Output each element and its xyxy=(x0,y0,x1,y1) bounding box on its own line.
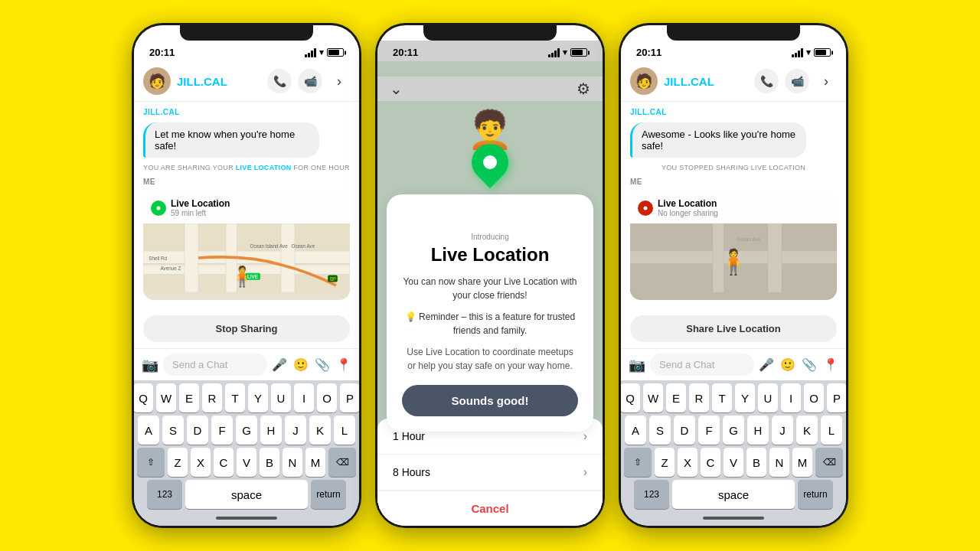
bitmoji-left: 🧍 xyxy=(230,265,254,289)
key-s-r[interactable]: S xyxy=(649,416,671,445)
status-bar-mid: 20:11 ▾ xyxy=(377,41,603,61)
key-k[interactable]: K xyxy=(309,416,331,445)
key-j-r[interactable]: J xyxy=(772,416,793,445)
key-t-r[interactable]: T xyxy=(712,383,732,412)
key-x-r[interactable]: X xyxy=(678,448,697,477)
home-indicator-right xyxy=(703,517,764,520)
sounds-good-button[interactable]: Sounds good! xyxy=(402,385,578,416)
key-123-r[interactable]: 123 xyxy=(634,480,669,509)
key-u[interactable]: U xyxy=(271,383,291,412)
key-c[interactable]: C xyxy=(214,448,234,477)
key-y[interactable]: Y xyxy=(248,383,268,412)
key-d-r[interactable]: D xyxy=(674,416,695,445)
more-info-button[interactable]: › xyxy=(328,70,350,92)
option-8-hours[interactable]: 8 Hours › xyxy=(377,455,603,491)
mic-icon-right[interactable]: 🎤 xyxy=(759,357,774,372)
key-f[interactable]: F xyxy=(211,416,233,445)
sticker-icon-left[interactable]: 📎 xyxy=(315,357,330,372)
key-h-r[interactable]: H xyxy=(747,416,769,445)
key-o-r[interactable]: O xyxy=(804,383,824,412)
key-x[interactable]: X xyxy=(191,448,211,477)
key-q[interactable]: Q xyxy=(134,383,153,412)
camera-icon-right[interactable]: 📷 xyxy=(629,357,645,373)
phone-call-button-right[interactable]: 📞 xyxy=(754,69,779,93)
key-c-r[interactable]: C xyxy=(701,448,720,477)
key-space[interactable]: space xyxy=(185,480,308,509)
sender-label-left: JILL.CAL xyxy=(143,108,350,116)
more-info-button-right[interactable]: › xyxy=(815,70,837,92)
chat-input-left[interactable]: Send a Chat xyxy=(163,354,267,376)
key-k-r[interactable]: K xyxy=(796,416,818,445)
key-z-r[interactable]: Z xyxy=(655,448,675,477)
video-call-button-right[interactable]: 📹 xyxy=(785,69,809,93)
location-icon-left[interactable]: 📍 xyxy=(336,357,351,372)
key-o[interactable]: O xyxy=(317,383,337,412)
key-q-r[interactable]: Q xyxy=(621,383,640,412)
key-i-r[interactable]: I xyxy=(781,383,801,412)
key-z[interactable]: Z xyxy=(168,448,188,477)
camera-icon-left[interactable]: 📷 xyxy=(142,357,158,373)
snap-map-header: ⌄ ⚙ xyxy=(377,77,603,101)
header-actions-left: 📞 📹 › xyxy=(267,69,350,93)
chat-input-right[interactable]: Send a Chat xyxy=(650,354,754,376)
stop-sharing-button[interactable]: Stop Sharing xyxy=(143,315,350,342)
kb-row1-left: Q W E R T Y U I O P xyxy=(137,383,356,412)
key-p[interactable]: P xyxy=(340,383,359,412)
key-b-r[interactable]: B xyxy=(746,448,766,477)
key-g-r[interactable]: G xyxy=(723,416,744,445)
down-arrow-button[interactable]: ⌄ xyxy=(390,80,403,98)
me-label-right: ME xyxy=(630,178,837,186)
key-s[interactable]: S xyxy=(162,416,184,445)
key-shift[interactable]: ⇧ xyxy=(137,448,165,477)
key-p-r[interactable]: P xyxy=(827,383,846,412)
emoji-icon-left[interactable]: 🙂 xyxy=(293,357,309,372)
sticker-icon-right[interactable]: 📎 xyxy=(802,357,817,372)
key-v-r[interactable]: V xyxy=(724,448,743,477)
key-d[interactable]: D xyxy=(187,416,208,445)
key-backspace-r[interactable]: ⌫ xyxy=(815,448,843,477)
key-n-r[interactable]: N xyxy=(769,448,789,477)
phone-call-button[interactable]: 📞 xyxy=(267,69,292,93)
key-a[interactable]: A xyxy=(138,416,159,445)
key-w-r[interactable]: W xyxy=(643,383,663,412)
key-l-r[interactable]: L xyxy=(821,416,842,445)
kb-row2-right: A S D F G H J K L xyxy=(624,416,843,445)
chat-name-right: JILL.CAL xyxy=(664,75,748,88)
key-m[interactable]: M xyxy=(305,448,325,477)
key-t[interactable]: T xyxy=(225,383,245,412)
video-call-button[interactable]: 📹 xyxy=(298,69,322,93)
key-r[interactable]: R xyxy=(202,383,222,412)
location-icon-right[interactable]: 📍 xyxy=(823,357,838,372)
key-backspace[interactable]: ⌫ xyxy=(328,448,356,477)
status-icons-right: ▾ xyxy=(792,47,831,57)
key-u-r[interactable]: U xyxy=(758,383,778,412)
key-f-r[interactable]: F xyxy=(698,416,720,445)
share-live-location-button[interactable]: Share Live Location xyxy=(630,315,837,342)
live-loc-header-left: Live Location 59 min left xyxy=(143,192,350,223)
key-y-r[interactable]: Y xyxy=(735,383,755,412)
mic-icon-left[interactable]: 🎤 xyxy=(272,357,287,372)
key-g[interactable]: G xyxy=(236,416,257,445)
key-e-r[interactable]: E xyxy=(666,383,686,412)
key-l[interactable]: L xyxy=(334,416,355,445)
key-v[interactable]: V xyxy=(237,448,256,477)
key-return[interactable]: return xyxy=(311,480,346,509)
cancel-button[interactable]: Cancel xyxy=(377,491,603,526)
key-n[interactable]: N xyxy=(283,448,302,477)
key-r-r[interactable]: R xyxy=(689,383,709,412)
key-return-r[interactable]: return xyxy=(798,480,833,509)
key-h[interactable]: H xyxy=(260,416,282,445)
key-m-r[interactable]: M xyxy=(792,448,812,477)
key-w[interactable]: W xyxy=(156,383,176,412)
key-b[interactable]: B xyxy=(260,448,279,477)
chat-body-left: JILL.CAL Let me know when you're home sa… xyxy=(134,102,359,315)
key-j[interactable]: J xyxy=(285,416,306,445)
key-e[interactable]: E xyxy=(179,383,199,412)
gear-button[interactable]: ⚙ xyxy=(577,80,590,98)
key-a-r[interactable]: A xyxy=(625,416,646,445)
key-i[interactable]: I xyxy=(294,383,314,412)
key-123[interactable]: 123 xyxy=(147,480,182,509)
key-shift-r[interactable]: ⇧ xyxy=(624,448,652,477)
key-space-r[interactable]: space xyxy=(672,480,795,509)
emoji-icon-right[interactable]: 🙂 xyxy=(780,357,795,372)
